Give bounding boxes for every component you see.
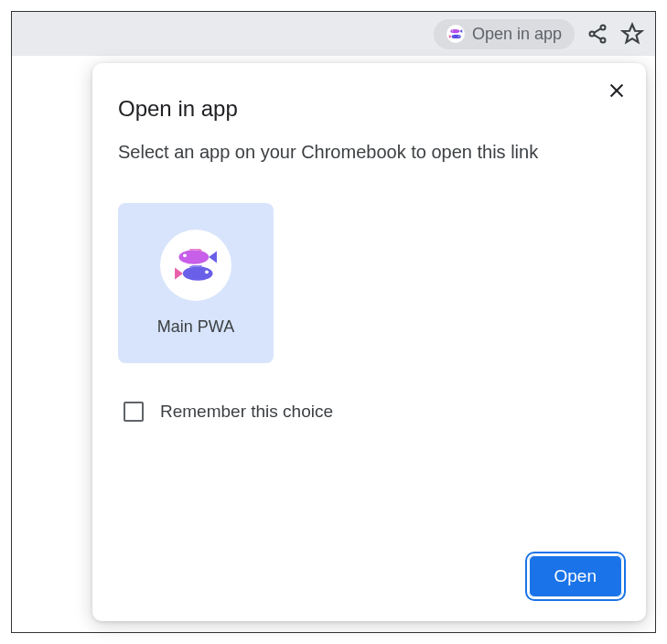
fish-app-icon bbox=[446, 25, 465, 43]
dialog-description: Select an app on your Chromebook to open… bbox=[118, 138, 620, 166]
svg-point-19 bbox=[205, 270, 209, 274]
app-tile-label: Main PWA bbox=[157, 317, 234, 337]
svg-point-7 bbox=[590, 32, 595, 37]
remember-row: Remember this choice bbox=[124, 402, 620, 422]
remember-checkbox[interactable] bbox=[124, 402, 144, 422]
window-frame: Open in app Open in app Select bbox=[11, 11, 656, 633]
share-icon[interactable] bbox=[586, 22, 609, 46]
dialog-title: Open in app bbox=[118, 96, 620, 122]
svg-point-14 bbox=[178, 250, 209, 263]
chip-label: Open in app bbox=[472, 25, 562, 44]
open-in-app-chip[interactable]: Open in app bbox=[434, 19, 575, 49]
svg-line-9 bbox=[594, 28, 601, 33]
svg-point-17 bbox=[183, 266, 213, 280]
svg-line-10 bbox=[594, 35, 601, 39]
svg-point-5 bbox=[458, 36, 459, 37]
app-tile-main-pwa[interactable]: Main PWA bbox=[118, 203, 274, 363]
svg-point-8 bbox=[601, 38, 606, 43]
svg-marker-4 bbox=[449, 35, 452, 38]
open-button[interactable]: Open bbox=[529, 555, 622, 597]
fish-app-icon bbox=[160, 230, 231, 301]
svg-marker-18 bbox=[175, 267, 183, 279]
star-icon[interactable] bbox=[620, 22, 644, 46]
svg-point-6 bbox=[601, 26, 606, 30]
remember-label: Remember this choice bbox=[160, 402, 333, 422]
open-in-app-dialog: Open in app Select an app on your Chrome… bbox=[92, 63, 646, 621]
app-grid: Main PWA bbox=[118, 203, 620, 363]
dialog-actions: Open bbox=[529, 555, 622, 597]
svg-point-3 bbox=[452, 35, 461, 38]
svg-point-16 bbox=[183, 253, 187, 257]
close-icon[interactable] bbox=[604, 78, 629, 103]
svg-point-2 bbox=[452, 30, 453, 31]
browser-toolbar: Open in app bbox=[12, 12, 655, 56]
svg-marker-15 bbox=[209, 251, 217, 263]
svg-point-0 bbox=[450, 29, 459, 33]
svg-marker-1 bbox=[459, 29, 462, 33]
svg-marker-11 bbox=[623, 25, 642, 43]
